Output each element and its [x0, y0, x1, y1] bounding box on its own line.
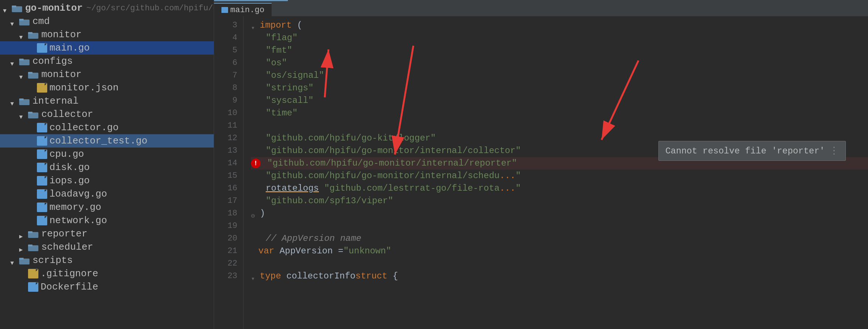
sidebar-item-reporter[interactable]: reporter [0, 227, 214, 240]
sidebar-item-configs-monitor[interactable]: monitor [0, 68, 214, 81]
sidebar-item-go-monitor[interactable]: go-monitor ~/go/src/github.com/hpifu/go-… [0, 1, 214, 15]
item-label: collector [41, 109, 93, 120]
file-icon [28, 282, 38, 292]
sidebar-item-cmd[interactable]: cmd [0, 15, 214, 28]
line-num: 19 [214, 220, 243, 232]
folder-icon [19, 17, 30, 25]
svg-rect-9 [28, 72, 32, 74]
tab-main-go[interactable]: main.go [214, 3, 272, 16]
file-icon [28, 269, 38, 278]
code-string: "unknown" [343, 245, 391, 257]
svg-rect-11 [19, 98, 24, 100]
code-line-15: "github.com/hpifu/go-monitor/internal/sc… [251, 170, 868, 182]
line-num: 9 [214, 94, 243, 107]
sidebar-item-cpu-go[interactable]: cpu.go [0, 148, 214, 161]
code-line-22 [251, 257, 868, 270]
expand-icon [10, 58, 18, 65]
folder-icon [28, 230, 39, 238]
code-string: "fmt" [266, 44, 292, 57]
code-line-20: // AppVersion name [251, 232, 868, 245]
sidebar-item-configs[interactable]: configs [0, 55, 214, 68]
item-label: configs [32, 56, 73, 67]
code-text: collectorInfo [281, 270, 356, 283]
svg-rect-15 [28, 231, 32, 233]
line-num: 7 [214, 69, 243, 82]
expand-icon [19, 111, 27, 118]
sidebar-item-iops-go[interactable]: iops.go [0, 174, 214, 187]
sidebar-item-monitor-dir[interactable]: monitor [0, 28, 214, 41]
folder-icon [19, 97, 30, 105]
code-line-8: "strings" [251, 82, 868, 94]
sidebar-item-dockerfile[interactable]: Dockerfile [0, 280, 214, 294]
code-string: "syscall" [266, 94, 314, 107]
item-label: iops.go [49, 175, 90, 186]
item-label: monitor.json [49, 82, 118, 93]
code-text: AppVersion = [274, 245, 343, 257]
sidebar-item-main-go[interactable]: main.go [0, 41, 214, 55]
expand-icon [3, 4, 10, 12]
fold-icon: ▾ [251, 22, 258, 29]
code-string: "os/signal" [266, 69, 324, 82]
svg-rect-3 [19, 19, 24, 21]
folder-icon [12, 4, 23, 12]
line-num: 15 [214, 170, 243, 182]
sidebar-item-memory-go[interactable]: memory.go [0, 201, 214, 214]
line-num: 14 [214, 157, 243, 170]
go-file-icon [37, 216, 47, 225]
item-label: .gitignore [41, 268, 98, 279]
sidebar-item-collector-test-go[interactable]: collector_test.go [0, 134, 214, 148]
item-label: loadavg.go [49, 188, 107, 200]
code-line-5: "fmt" [251, 44, 868, 57]
tab-file-icon [221, 7, 228, 13]
line-num: 17 [214, 195, 243, 207]
code-editor: main.go 3 4 5 6 7 8 9 10 11 12 13 14 15 … [214, 0, 868, 329]
line-num: 16 [214, 182, 243, 195]
folder-icon [28, 70, 39, 79]
item-label: collector.go [49, 122, 118, 133]
fold-icon: ▾ [251, 273, 258, 280]
go-file-icon [37, 136, 47, 146]
line-num: 5 [214, 44, 243, 57]
sidebar-item-collector-go[interactable]: collector.go [0, 121, 214, 134]
code-comment: // AppVersion name [266, 232, 361, 245]
code-string: "time" [266, 107, 297, 120]
go-file-icon [37, 163, 47, 172]
folder-icon [28, 31, 39, 39]
svg-rect-17 [28, 245, 32, 246]
svg-rect-5 [28, 32, 32, 34]
sidebar-item-scheduler[interactable]: scheduler [0, 240, 214, 254]
sidebar-item-network-go[interactable]: network.go [0, 214, 214, 227]
tooltip-more-button[interactable]: ⋮ [829, 145, 839, 157]
sidebar-item-monitor-json[interactable]: monitor.json [0, 81, 214, 94]
code-line-11 [251, 120, 868, 132]
sidebar-item-gitignore[interactable]: .gitignore [0, 267, 214, 280]
sidebar-item-disk-go[interactable]: disk.go [0, 161, 214, 174]
expand-icon [10, 257, 18, 264]
code-keyword: struct [355, 270, 387, 283]
line-num: 11 [214, 120, 243, 132]
line-num: 4 [214, 32, 243, 44]
item-label: network.go [49, 215, 107, 226]
json-file-icon [37, 83, 47, 93]
project-name: go-monitor [25, 3, 83, 14]
folder-icon [19, 57, 30, 65]
item-label: cmd [32, 16, 50, 27]
item-label: Dockerfile [41, 281, 98, 292]
code-text [319, 182, 324, 195]
sidebar-item-collector-dir[interactable]: collector [0, 108, 214, 121]
line-num: 20 [214, 232, 243, 245]
sidebar-item-internal[interactable]: internal [0, 94, 214, 108]
line-num: 3 [214, 19, 243, 32]
code-string: "github.com/hpifu/go-kit/logger" [266, 132, 436, 145]
code-line-7: "os/signal" [251, 69, 868, 82]
sidebar-item-loadavg-go[interactable]: loadavg.go [0, 187, 214, 201]
item-label: reporter [41, 228, 87, 239]
sidebar-item-scripts[interactable]: scripts [0, 254, 214, 267]
code-line-19 [251, 220, 868, 232]
code-text: ( [292, 19, 302, 32]
go-file-icon [37, 149, 47, 159]
item-label: collector_test.go [49, 135, 147, 146]
code-text: ) [260, 207, 265, 220]
go-file-icon [37, 202, 47, 212]
code-text: { [388, 270, 398, 283]
